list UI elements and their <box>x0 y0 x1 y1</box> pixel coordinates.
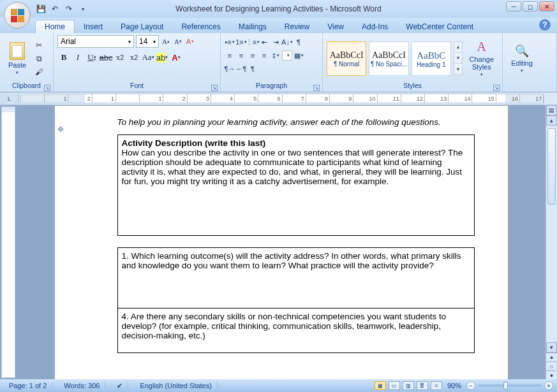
tab-review[interactable]: Review <box>276 20 318 33</box>
browse-object-icon[interactable]: ○ <box>546 361 557 370</box>
tab-insert[interactable]: Insert <box>75 20 112 33</box>
doc-table: Activity Description (write this last) H… <box>117 134 475 236</box>
change-case-button[interactable]: Aa▾ <box>142 51 154 64</box>
horizontal-ruler[interactable]: 1211234567891011121314151617 <box>20 94 544 103</box>
save-icon[interactable]: 💾 <box>35 3 47 15</box>
status-bar: Page: 1 of 2 Words: 306 ✔ English (Unite… <box>0 379 557 392</box>
align-center-icon[interactable]: ≡ <box>236 50 246 61</box>
tab-add-ins[interactable]: Add-Ins <box>353 20 397 33</box>
clipboard-dialog-launcher[interactable]: ↘ <box>44 85 50 91</box>
font-group-label: Font <box>130 82 144 89</box>
outline-view-icon[interactable]: ≣ <box>417 381 428 390</box>
font-dialog-launcher[interactable]: ↘ <box>211 85 218 91</box>
align-right-icon[interactable]: ≡ <box>248 50 258 61</box>
undo-icon[interactable]: ↶ <box>49 3 61 15</box>
rtl-icon[interactable]: ←¶ <box>236 64 246 74</box>
italic-button[interactable]: I <box>71 51 84 64</box>
style-no-spacing[interactable]: AaBbCcI¶ No Spaci... <box>369 41 408 76</box>
table-cell[interactable]: 4. Are there any secondary skills or non… <box>117 309 474 353</box>
close-button[interactable]: ✕ <box>539 1 554 11</box>
table-cell[interactable]: 1. Which learning outcome(s) will the ac… <box>117 248 474 309</box>
minimize-button[interactable]: ─ <box>506 1 521 11</box>
tab-view[interactable]: View <box>318 20 353 33</box>
zoom-in-icon[interactable]: + <box>544 381 553 390</box>
change-styles-icon: A <box>477 40 486 54</box>
tab-page-layout[interactable]: Page Layout <box>112 20 172 33</box>
grow-font-icon[interactable]: A▴ <box>161 36 171 47</box>
tab-home[interactable]: Home <box>35 20 75 33</box>
editing-button[interactable]: 🔍 Editing▾ <box>507 38 537 80</box>
clipboard-icon <box>10 42 25 60</box>
office-button[interactable] <box>4 2 31 29</box>
tab-references[interactable]: References <box>172 20 229 33</box>
paste-button[interactable]: Paste ▾ <box>4 38 31 80</box>
print-layout-view-icon[interactable]: ▦ <box>375 381 386 390</box>
highlight-button[interactable]: ab▾ <box>156 51 168 64</box>
increase-indent-icon[interactable]: ⇥ <box>271 37 281 47</box>
font-name-combo[interactable]: Arial▾ <box>57 35 134 48</box>
table-cell[interactable]: Activity Description (write this last) H… <box>117 135 474 236</box>
scroll-up-icon[interactable]: ▴ <box>546 115 557 126</box>
maximize-button[interactable]: ◻ <box>523 1 538 11</box>
page-indicator[interactable]: Page: 1 of 2 <box>4 382 52 389</box>
paragraph-dialog-launcher[interactable]: ↘ <box>313 85 320 91</box>
change-styles-button[interactable]: A Change Styles▾ <box>465 38 499 80</box>
styles-scroll[interactable]: ▴▾▾ <box>454 41 463 76</box>
align-left-icon[interactable]: ≡ <box>225 50 235 61</box>
proofing-icon[interactable]: ✔ <box>112 382 128 390</box>
prev-page-icon[interactable]: ● <box>546 352 557 361</box>
sort-icon[interactable]: A↓ <box>282 37 292 47</box>
tab-mailings[interactable]: Mailings <box>230 20 276 33</box>
qat-customize-icon[interactable]: ▾ <box>77 3 89 15</box>
bold-button[interactable]: B <box>57 51 70 64</box>
word-count[interactable]: Words: 306 <box>59 382 105 389</box>
table-anchor-icon[interactable]: ✥ <box>57 125 64 134</box>
font-size-combo[interactable]: 14▾ <box>136 35 159 48</box>
borders-icon[interactable]: ▦ <box>293 50 304 61</box>
document-area[interactable]: To help you in planning your learning ac… <box>17 105 546 379</box>
zoom-slider[interactable] <box>478 384 542 387</box>
shading-icon[interactable] <box>282 50 292 61</box>
shrink-font-icon[interactable]: A▾ <box>173 36 183 47</box>
style-heading-1[interactable]: AaBbCHeading 1 <box>412 41 451 76</box>
paragraph-group-label: Paragraph <box>256 82 287 89</box>
tab-selector[interactable]: L <box>0 92 19 105</box>
decrease-indent-icon[interactable]: ⇤ <box>259 37 269 47</box>
strikethrough-button[interactable]: abc <box>100 51 112 64</box>
justify-icon[interactable]: ≡ <box>259 50 269 61</box>
redo-icon[interactable]: ↷ <box>63 3 75 15</box>
clear-formatting-icon[interactable]: A <box>185 36 195 47</box>
zoom-level[interactable]: 90% <box>447 382 461 389</box>
underline-button[interactable]: U▾ <box>85 51 98 64</box>
clipboard-group-label: Clipboard <box>12 82 41 89</box>
full-screen-view-icon[interactable]: ▭ <box>389 381 400 390</box>
vertical-ruler[interactable] <box>1 106 15 378</box>
zoom-out-icon[interactable]: − <box>466 381 475 390</box>
vertical-scrollbar[interactable]: ▤ ▴ ▾ ● ○ ● <box>546 105 557 379</box>
bullets-icon[interactable]: •≡ <box>225 37 235 47</box>
copy-icon[interactable]: ⧉ <box>33 53 45 64</box>
help-icon[interactable]: ? <box>539 19 551 31</box>
format-painter-icon[interactable]: 🖌 <box>33 66 45 78</box>
multilevel-list-icon[interactable]: ⋮≡ <box>248 37 258 47</box>
ribbon: Paste ▾ ✂ ⧉ 🖌 Clipboard↘ Arial▾ 14▾ A▴ A… <box>0 33 557 92</box>
subscript-button[interactable]: x2 <box>114 51 126 64</box>
cut-icon[interactable]: ✂ <box>33 40 45 51</box>
next-page-icon[interactable]: ● <box>546 370 557 379</box>
scroll-down-icon[interactable]: ▾ <box>546 342 557 352</box>
style-normal[interactable]: AaBbCcI¶ Normal <box>327 41 366 76</box>
line-spacing-icon[interactable]: ‡ <box>271 50 281 61</box>
pilcrow-icon[interactable]: ¶ <box>248 64 258 74</box>
font-color-button[interactable]: A▾ <box>170 51 182 64</box>
web-layout-view-icon[interactable]: ▥ <box>403 381 414 390</box>
styles-dialog-launcher[interactable]: ↘ <box>493 85 500 91</box>
scroll-thumb[interactable] <box>547 128 556 205</box>
numbering-icon[interactable]: 1≡ <box>236 37 246 47</box>
ltr-icon[interactable]: ¶→ <box>225 64 235 74</box>
draft-view-icon[interactable]: ≡ <box>431 381 442 390</box>
superscript-button[interactable]: x2 <box>128 51 140 64</box>
show-marks-icon[interactable]: ¶ <box>293 37 304 47</box>
ruler-toggle-icon[interactable]: ▤ <box>546 105 557 115</box>
language-indicator[interactable]: English (United States) <box>135 382 218 389</box>
tab-webcenter[interactable]: WebCenter Content <box>397 20 482 33</box>
